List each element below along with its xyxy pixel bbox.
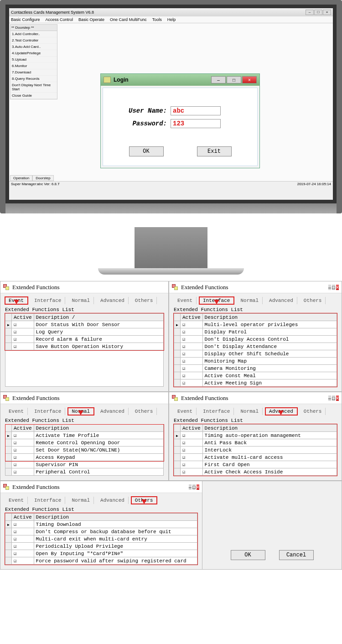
checkbox[interactable] (182, 358, 186, 364)
sidebar-item[interactable]: 5.Upload (10, 57, 57, 63)
minimize-icon[interactable]: – (328, 285, 331, 290)
sidebar-item[interactable]: Close Guide (10, 93, 57, 99)
close-icon[interactable]: × (336, 395, 339, 401)
bottom-tab[interactable]: Doorstep (32, 175, 53, 181)
tab-event[interactable]: Event (5, 497, 28, 504)
maximize-icon[interactable]: □ (332, 285, 335, 290)
tab-interface[interactable]: Interface (199, 408, 234, 415)
checkbox[interactable] (14, 322, 17, 327)
checkbox[interactable] (182, 440, 186, 446)
tab-normal[interactable]: Normal (68, 408, 94, 415)
checkbox[interactable] (182, 447, 186, 453)
tab-normal[interactable]: Normal (68, 297, 94, 304)
checkbox[interactable] (14, 344, 17, 349)
tab-interface[interactable]: Interface (31, 408, 65, 415)
col-active[interactable]: Active (181, 425, 203, 432)
tab-advanced[interactable]: Advanced (97, 408, 129, 415)
tab-normal[interactable]: Normal (237, 297, 263, 304)
close-icon[interactable]: × (242, 76, 257, 83)
menu-item[interactable]: Basic Configure (11, 17, 40, 22)
sidebar-item[interactable]: 3.Auto Add Card.. (10, 44, 57, 50)
col-description[interactable]: Description / (34, 314, 163, 321)
col-active[interactable]: Active (12, 514, 34, 521)
checkbox[interactable] (14, 544, 17, 549)
checkbox[interactable] (182, 329, 186, 335)
tab-others[interactable]: Others (131, 297, 157, 304)
checkbox[interactable] (14, 469, 17, 475)
close-icon[interactable]: × (323, 10, 331, 15)
col-active[interactable]: Active (12, 425, 34, 432)
checkbox[interactable] (14, 455, 17, 460)
menu-item[interactable]: Access Control (46, 17, 73, 22)
username-input[interactable] (171, 106, 221, 115)
tab-advanced[interactable]: Advanced (97, 297, 129, 304)
tab-event[interactable]: Event (5, 408, 28, 415)
tab-advanced[interactable]: Advanced (265, 408, 297, 415)
checkbox[interactable] (182, 469, 186, 475)
col-active[interactable]: Active (12, 314, 34, 321)
bottom-tab[interactable]: Operation (10, 175, 32, 181)
checkbox[interactable] (14, 462, 17, 467)
col-description[interactable]: Description (34, 514, 197, 521)
tab-others[interactable]: Others (300, 408, 326, 415)
cancel-button[interactable]: Cancel (279, 550, 314, 560)
checkbox[interactable] (14, 337, 17, 342)
checkbox[interactable] (14, 529, 17, 535)
checkbox[interactable] (14, 551, 17, 556)
tab-interface[interactable]: Interface (31, 297, 65, 304)
tab-normal[interactable]: Normal (237, 408, 263, 415)
tab-interface[interactable]: Interface (31, 497, 65, 504)
col-active[interactable]: Active (181, 314, 203, 321)
tab-interface[interactable]: Interface (199, 297, 234, 304)
tab-event[interactable]: Event (174, 297, 197, 304)
checkbox[interactable] (182, 380, 186, 386)
checkbox[interactable] (182, 366, 186, 371)
checkbox[interactable] (14, 329, 17, 335)
sidebar-item[interactable]: 1.Add Controller.. (10, 31, 57, 37)
password-input[interactable] (171, 119, 221, 128)
checkbox[interactable] (14, 440, 17, 446)
sidebar-item[interactable]: 4.UpdatePrivilege (10, 50, 57, 57)
checkbox[interactable] (182, 462, 186, 467)
menu-item[interactable]: Tools (152, 17, 162, 22)
tab-event[interactable]: Event (5, 297, 28, 304)
checkbox[interactable] (182, 322, 186, 327)
checkbox[interactable] (14, 522, 17, 527)
checkbox[interactable] (182, 373, 186, 379)
ok-button[interactable]: OK (231, 550, 265, 560)
minimize-icon[interactable]: – (189, 484, 192, 490)
sidebar-item[interactable]: 6.Monitor (10, 63, 57, 69)
menu-item[interactable]: Help (167, 17, 176, 22)
tab-others[interactable]: Others (131, 497, 157, 504)
sidebar-item[interactable]: 7.Download (10, 69, 57, 76)
checkbox[interactable] (14, 433, 17, 438)
ok-button[interactable]: OK (129, 146, 164, 156)
close-icon[interactable]: × (336, 285, 339, 290)
sidebar-item[interactable]: 8.Query Records (10, 76, 57, 82)
tab-advanced[interactable]: Advanced (265, 297, 297, 304)
minimize-icon[interactable]: – (211, 76, 226, 83)
minimize-icon[interactable]: – (328, 395, 331, 401)
menu-item[interactable]: One Card MultiFunc (110, 17, 147, 22)
checkbox[interactable] (14, 536, 17, 542)
maximize-icon[interactable]: □ (332, 395, 335, 401)
maximize-icon[interactable]: □ (227, 76, 241, 83)
col-description[interactable]: Description (34, 425, 163, 432)
col-description[interactable]: Description (202, 425, 337, 432)
checkbox[interactable] (182, 351, 186, 357)
sidebar-item[interactable]: Don't Display Next Time Start (10, 82, 57, 93)
checkbox[interactable] (182, 344, 186, 349)
checkbox[interactable] (182, 455, 186, 460)
minimize-icon[interactable]: – (306, 10, 314, 15)
tab-others[interactable]: Others (300, 297, 326, 304)
checkbox[interactable] (182, 433, 186, 438)
tab-others[interactable]: Others (131, 408, 157, 415)
checkbox[interactable] (14, 558, 17, 564)
tab-advanced[interactable]: Advanced (97, 497, 129, 504)
col-description[interactable]: Description (202, 314, 337, 321)
tab-event[interactable]: Event (174, 408, 197, 415)
close-icon[interactable]: × (197, 484, 199, 490)
menu-item[interactable]: Basic Operate (78, 17, 104, 22)
sidebar-item[interactable]: 2.Test Controller (10, 37, 57, 44)
tab-normal[interactable]: Normal (68, 497, 94, 504)
